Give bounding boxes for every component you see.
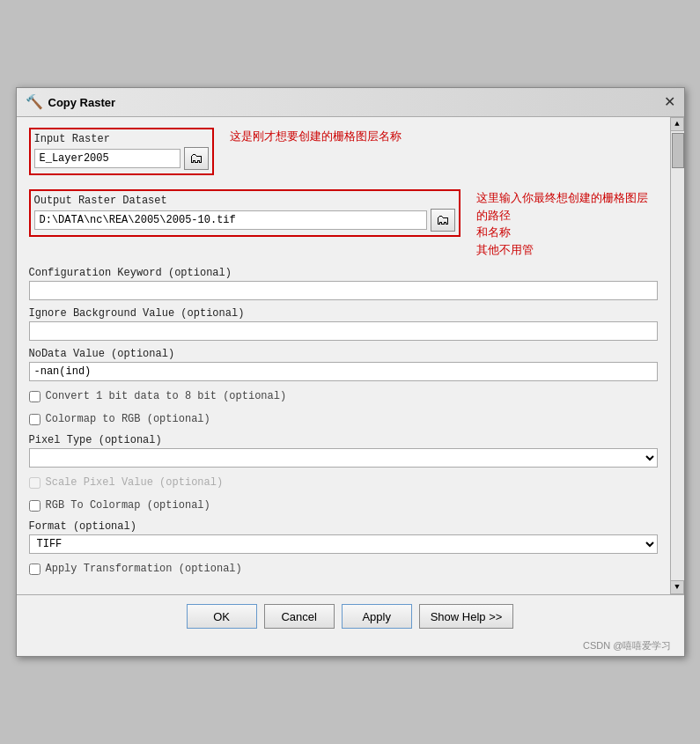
content-area: Input Raster 🗂 这是刚才想要创建的栅格图层名称 Output Ra…: [17, 117, 684, 594]
convert-1bit-checkbox[interactable]: [29, 391, 41, 402]
nodata-group: NoData Value (optional): [29, 348, 658, 381]
format-label: Format (optional): [29, 520, 658, 533]
ok-button[interactable]: OK: [187, 604, 257, 629]
input-raster-row: Input Raster 🗂 这是刚才想要创建的栅格图层名称: [29, 128, 658, 182]
nodata-label: NoData Value (optional): [29, 348, 658, 360]
format-select[interactable]: TIFF: [29, 534, 658, 554]
output-raster-annotation: 这里输入你最终想创建的栅格图层的路径 和名称 其他不用管: [469, 189, 658, 258]
ignore-bg-group: Ignore Background Value (optional): [29, 307, 658, 341]
title-bar-left: 🔨 Copy Raster: [26, 93, 116, 111]
input-raster-annotation: 这是刚才想要创建的栅格图层名称: [223, 128, 658, 145]
colormap-rgb-checkbox[interactable]: [29, 414, 41, 425]
input-raster-block: Input Raster 🗂: [29, 128, 214, 182]
apply-button[interactable]: Apply: [342, 604, 412, 629]
window-title: Copy Raster: [48, 96, 116, 109]
input-raster-input[interactable]: [34, 149, 181, 168]
watermark: CSDN @嘻嘻爱学习: [17, 637, 684, 656]
pixel-type-group: Pixel Type (optional): [29, 434, 658, 468]
config-keyword-label: Configuration Keyword (optional): [29, 267, 658, 279]
output-raster-input[interactable]: [34, 210, 427, 230]
output-note-line3: 其他不用管: [476, 243, 534, 256]
show-help-button[interactable]: Show Help >>: [419, 604, 514, 629]
main-content: Input Raster 🗂 这是刚才想要创建的栅格图层名称 Output Ra…: [17, 117, 670, 594]
scale-pixel-checkbox: [29, 477, 41, 489]
output-raster-folder-btn[interactable]: 🗂: [431, 209, 455, 232]
output-raster-input-row: 🗂: [34, 209, 455, 232]
output-raster-label: Output Raster Dataset: [34, 195, 455, 207]
title-bar: 🔨 Copy Raster ✕: [17, 88, 684, 117]
input-raster-redbox: Input Raster 🗂: [29, 128, 214, 175]
colormap-rgb-row: Colormap to RGB (optional): [29, 411, 658, 427]
colormap-rgb-label: Colormap to RGB (optional): [46, 413, 210, 425]
cancel-button[interactable]: Cancel: [264, 604, 335, 629]
output-raster-row: Output Raster Dataset 🗂 这里输入你最终想创建的栅格图层的…: [29, 189, 658, 258]
apply-transform-checkbox[interactable]: [29, 564, 41, 575]
scroll-thumb[interactable]: [672, 133, 684, 168]
convert-1bit-row: Convert 1 bit data to 8 bit (optional): [29, 388, 658, 404]
config-keyword-group: Configuration Keyword (optional): [29, 267, 658, 300]
input-raster-folder-btn[interactable]: 🗂: [184, 147, 209, 170]
scale-pixel-label: Scale Pixel Value (optional): [46, 476, 224, 489]
footer: OK Cancel Apply Show Help >>: [17, 594, 684, 637]
format-group: Format (optional) TIFF: [29, 520, 658, 554]
output-raster-block: Output Raster Dataset 🗂: [29, 189, 461, 244]
window-icon: 🔨: [26, 93, 43, 111]
output-note-line2: 和名称: [476, 225, 511, 239]
config-keyword-input[interactable]: [29, 281, 658, 300]
pixel-type-label: Pixel Type (optional): [29, 434, 658, 446]
scroll-down-arrow[interactable]: ▼: [670, 580, 684, 594]
pixel-type-select[interactable]: [29, 448, 658, 468]
apply-transform-label: Apply Transformation (optional): [46, 563, 242, 575]
ignore-bg-label: Ignore Background Value (optional): [29, 307, 658, 320]
copy-raster-dialog: 🔨 Copy Raster ✕ Input Raster 🗂 这是刚才想要创: [16, 87, 685, 657]
nodata-input[interactable]: [29, 362, 658, 381]
input-raster-input-row: 🗂: [34, 147, 209, 170]
scroll-up-arrow[interactable]: ▲: [670, 117, 684, 131]
input-raster-label: Input Raster: [34, 133, 209, 145]
output-note-line1: 这里输入你最终想创建的栅格图层的路径: [476, 191, 648, 222]
apply-transform-row: Apply Transformation (optional): [29, 561, 658, 577]
rgb-colormap-checkbox[interactable]: [29, 500, 41, 512]
output-raster-redbox: Output Raster Dataset 🗂: [29, 189, 461, 237]
rgb-colormap-label: RGB To Colormap (optional): [46, 499, 210, 512]
close-button[interactable]: ✕: [664, 95, 675, 109]
convert-1bit-label: Convert 1 bit data to 8 bit (optional): [46, 390, 287, 402]
scroll-track[interactable]: [671, 131, 684, 580]
scale-pixel-row: Scale Pixel Value (optional): [29, 475, 658, 490]
rgb-colormap-row: RGB To Colormap (optional): [29, 497, 658, 513]
scrollbar[interactable]: ▲ ▼: [670, 117, 684, 594]
ignore-bg-input[interactable]: [29, 321, 658, 341]
